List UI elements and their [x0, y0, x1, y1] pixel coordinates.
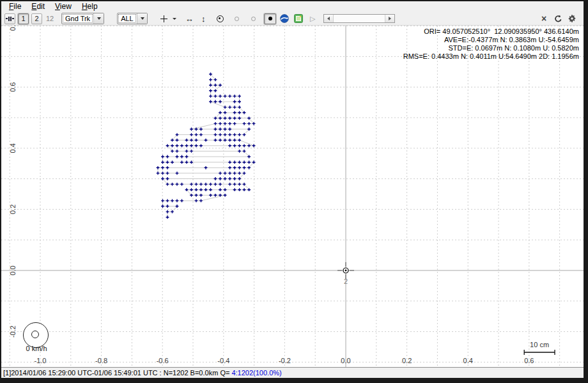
rtkplot-window: File Edit View Help 1 2 12 Gnd Trk ALL ↔… [1, 1, 584, 378]
time-scrollbar[interactable] [323, 14, 395, 23]
svg-text:-0.4: -0.4 [217, 357, 229, 364]
svg-text:-0.8: -0.8 [95, 357, 107, 364]
animate-button[interactable]: ▷ [307, 13, 318, 24]
google-earth-button[interactable] [279, 13, 290, 24]
scrollbar-track[interactable] [333, 15, 385, 22]
play-icon: ▷ [310, 15, 315, 22]
svg-text:0 km/h: 0 km/h [26, 345, 47, 352]
clear-button[interactable]: × [538, 13, 550, 24]
arrow-right-icon [389, 17, 391, 20]
gear-icon [568, 14, 576, 23]
svg-text:-1.0: -1.0 [35, 357, 47, 364]
small-circle-icon [251, 17, 256, 21]
reload-button[interactable] [552, 13, 564, 24]
svg-text:-0.6: -0.6 [157, 357, 169, 364]
chevron-down-icon [97, 17, 101, 20]
svg-text:0.4: 0.4 [9, 143, 17, 153]
solution-type-select[interactable]: ALL [117, 13, 148, 24]
svg-text:10 cm: 10 cm [530, 341, 549, 348]
show-track-button[interactable] [214, 13, 226, 24]
scroll-right-button[interactable] [385, 15, 394, 22]
plot-type-value: Gnd Trk [62, 13, 93, 24]
svg-text:-0.2: -0.2 [9, 325, 17, 338]
svg-text:0.6: 0.6 [524, 357, 534, 364]
show-point-button[interactable] [264, 13, 276, 24]
svg-text:2: 2 [344, 277, 348, 285]
fit-vertical-button[interactable]: ↕ [197, 13, 209, 24]
status-quality-text: 4:1202(100.0%) [231, 369, 281, 377]
svg-text:0.6: 0.6 [9, 82, 17, 92]
svg-text:0.4: 0.4 [463, 357, 473, 364]
menu-edit[interactable]: Edit [26, 1, 50, 12]
plot-type-dropdown-button[interactable] [93, 13, 104, 24]
fit-horizontal-button[interactable]: ↔ [183, 13, 195, 24]
svg-text:0.2: 0.2 [9, 205, 17, 214]
fix-horizontal-button[interactable] [231, 13, 242, 24]
status-field: [1]2014/01/06 15:29:00 UTC-01/06 15:49:0… [3, 368, 582, 377]
google-map-icon [294, 14, 303, 23]
ground-track-chart: 2-1.0-0.8-0.6-0.4-0.20.00.20.40.60.80.60… [1, 26, 584, 367]
fix-vertical-button[interactable] [247, 13, 259, 24]
status-text: [1]2014/01/06 15:29:00 UTC-01/06 15:49:0… [3, 369, 231, 377]
fit-center-button[interactable] [158, 13, 169, 24]
solution-12-button[interactable]: 12 [45, 13, 55, 24]
scroll-left-button[interactable] [324, 15, 333, 22]
center-dropdown-button[interactable] [172, 13, 177, 24]
google-earth-icon [280, 14, 289, 23]
svg-text:0.2: 0.2 [402, 357, 412, 364]
horizontal-arrows-icon: ↔ [185, 15, 194, 23]
refresh-icon [554, 15, 562, 23]
circle-dot-icon [217, 15, 224, 22]
vertical-arrows-icon: ↕ [201, 15, 206, 23]
chevron-down-icon [173, 18, 176, 20]
solution-type-dropdown-button[interactable] [137, 13, 147, 24]
stats-block: ORI= 49.057052510° 12.090935950° 436.614… [403, 27, 579, 61]
svg-text:-0.2: -0.2 [279, 357, 291, 364]
solution-1-button[interactable]: 1 [18, 13, 29, 24]
menu-help[interactable]: Help [77, 1, 103, 12]
connect-stream-button[interactable] [4, 13, 15, 24]
menu-bar: File Edit View Help [1, 1, 584, 12]
pause-icon [6, 17, 14, 21]
menu-file[interactable]: File [4, 1, 26, 12]
solution-type-value: ALL [118, 13, 137, 24]
close-icon: × [541, 14, 546, 23]
solution-2-button[interactable]: 2 [31, 13, 42, 24]
arrow-left-icon [327, 17, 330, 20]
status-bar: [1]2014/01/06 15:29:00 UTC-01/06 15:49:0… [1, 367, 584, 378]
crosshair-icon [160, 15, 167, 22]
small-circle-icon [235, 17, 239, 21]
svg-text:0.8: 0.8 [9, 26, 17, 31]
svg-text:0.0: 0.0 [341, 357, 350, 364]
toolbar: 1 2 12 Gnd Trk ALL ↔ ↕ [1, 12, 584, 26]
svg-text:0.0: 0.0 [9, 265, 17, 275]
menu-view[interactable]: View [50, 1, 77, 12]
black-dot-icon [268, 17, 272, 20]
plot-type-select[interactable]: Gnd Trk [61, 13, 104, 24]
plot-area[interactable]: 2-1.0-0.8-0.6-0.4-0.20.00.20.40.60.80.60… [1, 26, 584, 367]
google-map-button[interactable] [293, 13, 304, 24]
chevron-down-icon [141, 17, 144, 20]
options-button[interactable] [566, 13, 578, 24]
